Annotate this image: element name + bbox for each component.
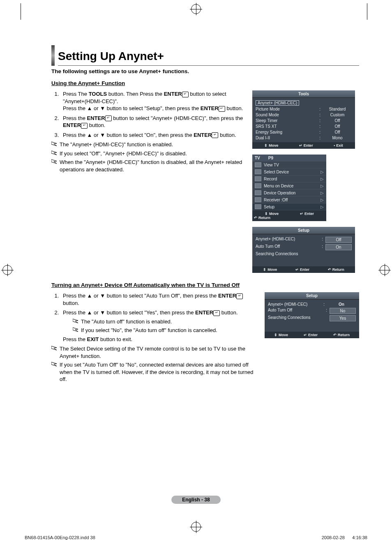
chevron-right-icon: ▷ — [321, 198, 324, 202]
panel-row: Sleep Timer:Off — [256, 118, 352, 123]
note-line: The Select Device setting of the TV remo… — [51, 345, 258, 360]
menu-item: Menu on Device▷ — [252, 182, 326, 189]
panel-title: Setup — [265, 292, 359, 300]
enter-icon: ↵ — [219, 106, 225, 112]
page: Setting Up Anynet+ The following setting… — [0, 0, 392, 540]
page-number-badge: English - 38 — [171, 496, 221, 504]
content-area: Setting Up Anynet+ The following setting… — [51, 45, 359, 385]
panel-row: Auto Turn Off:No — [268, 307, 356, 314]
menu-item: Setup▷ — [252, 203, 326, 210]
tv-menu-panel: TV P9 View TVSelect Device▷Record▷Menu o… — [252, 155, 326, 221]
title-row: Setting Up Anynet+ — [51, 45, 359, 66]
menu-item: Device Operation▷ — [252, 189, 326, 196]
pointer-icon — [51, 345, 57, 350]
setup-panel-2: Setup Anynet+ (HDMI-CEC):OnAuto Turn Off… — [265, 292, 359, 338]
device-icon — [255, 176, 261, 181]
note-line: If you set "Auto Turn Off" to "No", conn… — [51, 361, 258, 383]
enter-icon: ↵ — [81, 123, 88, 129]
device-icon — [255, 197, 261, 202]
panel-row: Dual I-II:Mono — [256, 135, 352, 141]
chevron-right-icon: ▷ — [321, 184, 324, 188]
panel-row: Anynet+ (HDMI-CEC):Off — [256, 236, 352, 243]
instructions-column: Press the ▲ or ▼ button to select "Auto … — [51, 292, 258, 385]
pointer-icon — [51, 141, 57, 146]
menu-item: Select Device▷ — [252, 168, 326, 175]
enter-icon: ↵ — [213, 310, 220, 316]
device-icon — [255, 162, 261, 167]
step-2: Press the ▲ or ▼ button to select "Yes",… — [60, 309, 258, 343]
page-subtitle: The following settings are to use Anynet… — [51, 68, 359, 74]
panel-title: Tools — [252, 90, 355, 98]
step-2: Press the ENTER↵ button to select "Anyne… — [60, 115, 246, 129]
panel-row: Searching ConnectionsYes — [268, 314, 356, 322]
option-value-box: Off — [325, 237, 352, 243]
panel-row: SRS TS XT:Off — [256, 123, 352, 129]
footer-filename: BN68-01415A-00Eng-0228.indd 38 — [25, 535, 95, 540]
setup-panel: Setup Anynet+ (HDMI-CEC):OffAuto Turn Of… — [252, 227, 355, 273]
tools-panel: Tools Anynet+ (HDMI-CEC) Picture Mode:St… — [252, 90, 355, 149]
pointer-icon — [51, 159, 57, 164]
panel-row: Sound Mode:Custom — [256, 112, 352, 118]
menu-item: View TV — [252, 162, 326, 168]
instructions-column: Press The TOOLS button. Then Press the E… — [51, 90, 246, 273]
option-value-box: No — [330, 308, 356, 314]
note-line: If you select "Off", "Anynet+ (HDMI-CEC)… — [51, 150, 246, 157]
panel-selected-item: Anynet+ (HDMI-CEC) — [256, 100, 299, 106]
enter-icon: ↵ — [105, 115, 112, 121]
option-value-box: Yes — [330, 315, 356, 321]
registration-mark-icon — [2, 265, 12, 275]
tv-label: TV — [255, 156, 260, 160]
registration-mark-icon — [191, 4, 201, 14]
pointer-icon — [73, 327, 78, 332]
panel-title: Setup — [252, 227, 355, 234]
title-accent-bar — [51, 45, 55, 66]
panel-row: Searching Connections — [256, 251, 352, 256]
enter-icon: ↵ — [182, 92, 189, 97]
panel-row: Energy Saving:Off — [256, 129, 352, 135]
option-value-box: On — [325, 244, 352, 250]
device-icon — [255, 183, 261, 188]
enter-icon: ↵ — [212, 132, 218, 138]
section-heading: Using the Anynet+ Function — [51, 80, 359, 86]
channel-label: P9 — [268, 156, 273, 160]
footer-timestamp: 2008-02-28 4:16:38 — [322, 535, 367, 540]
panel-row: Picture Mode:Standard — [256, 106, 352, 112]
section-heading: Turning an Anynet+ Device Off Automatica… — [51, 282, 359, 288]
chevron-right-icon: ▷ — [321, 191, 324, 195]
note-line: When the "Anynet+ (HDMI-CEC)" function i… — [51, 159, 246, 173]
chevron-right-icon: ▷ — [321, 205, 324, 209]
step-1: Press The TOOLS button. Then Press the E… — [60, 90, 246, 112]
panel-footer: ⇕ Move ↵ Enter ↶ Return — [265, 332, 359, 338]
pointer-icon — [51, 361, 57, 366]
pointer-icon — [73, 318, 78, 323]
screenshots-column: Tools Anynet+ (HDMI-CEC) Picture Mode:St… — [252, 90, 359, 273]
device-icon — [255, 204, 261, 209]
device-icon — [255, 190, 261, 195]
menu-item: Receiver :Off▷ — [252, 196, 326, 203]
registration-mark-icon — [380, 265, 390, 275]
enter-icon: ↵ — [236, 293, 243, 299]
device-icon — [255, 169, 261, 174]
panel-row: Auto Turn Off:On — [256, 243, 352, 251]
panel-footer: ⇕ Move ↵ Enter ▪ Exit — [252, 142, 355, 149]
step-1: Press the ▲ or ▼ button to select "Auto … — [60, 292, 258, 307]
chevron-right-icon: ▷ — [321, 177, 324, 181]
registration-mark-icon — [191, 522, 201, 532]
panel-footer: ⇕ Move ↵ Enter ↶ Return — [252, 210, 326, 221]
panel-footer: ⇕ Move ↵ Enter ↶ Return — [252, 266, 355, 273]
chevron-right-icon: ▷ — [321, 170, 324, 174]
step-3: Press the ▲ or ▼ button to select "On", … — [60, 132, 246, 139]
note-line: If you select "No", the "Auto turn off" … — [73, 327, 258, 334]
note-line: The "Auto turn off" function is enabled. — [73, 318, 258, 325]
panel-row: Anynet+ (HDMI-CEC):On — [268, 301, 356, 307]
pointer-icon — [51, 150, 57, 155]
page-title: Setting Up Anynet+ — [58, 50, 359, 66]
note-line: The "Anynet+ (HDMI-CEC)" function is ena… — [51, 141, 246, 148]
print-footer: BN68-01415A-00Eng-0228.indd 38 2008-02-2… — [25, 535, 367, 540]
menu-item: Record▷ — [252, 175, 326, 182]
